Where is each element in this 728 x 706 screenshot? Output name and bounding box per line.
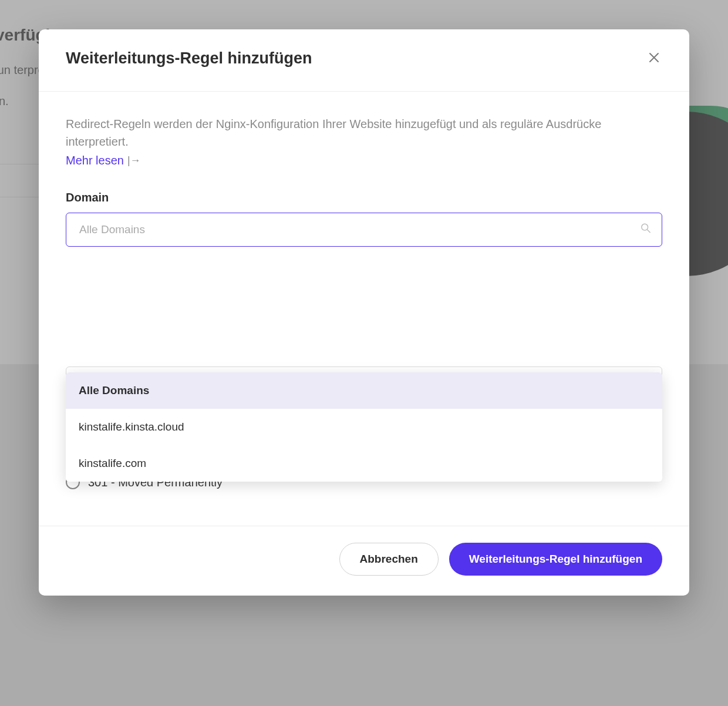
read-more-link[interactable]: Mehr lesen |→: [66, 154, 141, 167]
submit-button[interactable]: Weiterleitungs-Regel hinzufügen: [449, 543, 662, 576]
svg-line-1: [648, 230, 651, 233]
domain-option-1[interactable]: kinstalife.kinsta.cloud: [66, 409, 662, 445]
dropdown-spacer: [66, 247, 662, 362]
read-more-label: Mehr lesen: [66, 154, 124, 167]
intro-text: Redirect-Regeln werden der Nginx-Konfigu…: [66, 115, 662, 150]
domain-field: Domain Alle Domains kinstalife.kinsta.cl…: [66, 191, 662, 362]
modal-footer: Abbrechen Weiterleitungs-Regel hinzufüge…: [39, 526, 689, 596]
domain-search-input[interactable]: [79, 223, 632, 236]
domain-label: Domain: [66, 191, 662, 204]
search-icon: [641, 223, 651, 237]
close-button[interactable]: [646, 51, 662, 67]
modal-header: Weiterleitungs-Regel hinzufügen: [39, 29, 689, 92]
close-icon: [649, 51, 659, 66]
domain-option-all[interactable]: Alle Domains: [66, 372, 662, 409]
add-redirect-modal: Weiterleitungs-Regel hinzufügen Redirect…: [39, 29, 689, 596]
cancel-button[interactable]: Abbrechen: [339, 543, 439, 576]
modal-body: Redirect-Regeln werden der Nginx-Konfigu…: [39, 92, 689, 526]
domain-combobox[interactable]: [66, 213, 662, 247]
external-link-icon: |→: [127, 154, 141, 167]
domain-option-2[interactable]: kinstalife.com: [66, 445, 662, 482]
svg-point-0: [642, 224, 648, 230]
modal-title: Weiterleitungs-Regel hinzufügen: [66, 49, 312, 68]
domain-dropdown: Alle Domains kinstalife.kinsta.cloud kin…: [66, 372, 662, 482]
